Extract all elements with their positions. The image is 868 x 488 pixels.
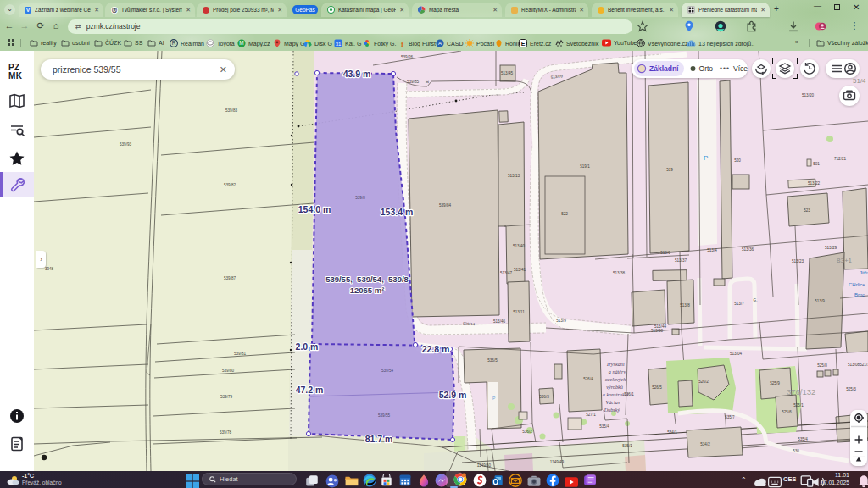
svg-text:526/2: 526/2 [698, 380, 709, 384]
svg-text:539/78: 539/78 [220, 430, 231, 435]
svg-text:539/80: 539/80 [222, 369, 234, 373]
svg-text:R: R [172, 40, 176, 46]
svg-text:525/3: 525/3 [846, 387, 856, 391]
svg-text:539/54: 539/54 [381, 369, 393, 373]
svg-text:525/6: 525/6 [782, 410, 792, 414]
svg-text:522: 522 [561, 212, 568, 216]
svg-text:527/1: 527/1 [586, 413, 596, 417]
svg-text:539/82: 539/82 [224, 183, 236, 187]
svg-text:513/29: 513/29 [825, 246, 837, 250]
svg-text:Jitřní: Jitřní [860, 270, 868, 275]
svg-text:513/9: 513/9 [815, 299, 825, 303]
svg-text:525/1: 525/1 [793, 403, 804, 408]
svg-text:513/7: 513/7 [734, 302, 744, 306]
svg-text:526/5: 526/5 [652, 385, 662, 390]
svg-text:539/55: 539/55 [378, 413, 390, 418]
svg-text:526/4: 526/4 [583, 377, 593, 381]
svg-text:539/87: 539/87 [224, 276, 236, 280]
svg-text:G.: G. [754, 298, 758, 302]
svg-text:3948: 3948 [45, 267, 54, 271]
svg-text:a konstrukcí: a konstrukcí [603, 391, 630, 397]
svg-text:539/81: 539/81 [234, 352, 246, 356]
svg-text:539/14: 539/14 [463, 322, 476, 327]
svg-text:535/4: 535/4 [599, 424, 609, 429]
svg-text:513/8: 513/8 [680, 303, 690, 308]
svg-text:Václav: Václav [605, 399, 620, 405]
svg-text:Dubský: Dubský [604, 407, 620, 413]
svg-text:513/0: 513/0 [660, 251, 670, 255]
svg-text:513/45: 513/45 [501, 71, 513, 75]
svg-text:81.7 m: 81.7 m [365, 434, 393, 444]
svg-text:513/08: 513/08 [848, 363, 860, 367]
svg-text:513/47: 513/47 [500, 271, 512, 275]
svg-text:52.9 m: 52.9 m [439, 390, 467, 400]
svg-text:535/7: 535/7 [725, 415, 735, 419]
svg-text:513/40: 513/40 [513, 244, 525, 248]
svg-text:513/20: 513/20 [802, 93, 814, 97]
svg-text:539/84: 539/84 [439, 203, 451, 208]
svg-text:712/21: 712/21 [834, 157, 846, 161]
svg-text:520: 520 [734, 158, 741, 163]
svg-text:1149/50: 1149/50 [477, 463, 492, 468]
svg-text:539/79: 539/79 [220, 395, 232, 399]
svg-text:47.2 m: 47.2 m [296, 385, 324, 395]
svg-text:525/8: 525/8 [817, 363, 827, 368]
svg-text:513/4: 513/4 [707, 248, 717, 252]
svg-text:534/1: 534/1 [667, 430, 677, 435]
svg-text:513/11: 513/11 [513, 310, 525, 314]
svg-text:513/9: 513/9 [556, 319, 566, 323]
svg-text:513/13: 513/13 [508, 174, 520, 178]
svg-text:a nátěry: a nátěry [609, 369, 626, 374]
svg-text:521/1: 521/1 [860, 363, 868, 367]
svg-text:513/36: 513/36 [742, 247, 754, 252]
svg-text:501: 501 [813, 162, 820, 166]
svg-text:31: 31 [336, 42, 342, 47]
svg-text:51/4: 51/4 [853, 77, 866, 85]
svg-text:⋈: ⋈ [426, 80, 429, 84]
svg-text:P: P [704, 154, 708, 162]
svg-text:530: 530 [793, 449, 799, 453]
svg-text:513/22: 513/22 [808, 181, 820, 186]
svg-text:CHrlice: CHrlice [849, 282, 865, 287]
svg-text:535/1: 535/1 [622, 444, 632, 448]
svg-text:43.9 m: 43.9 m [343, 69, 371, 79]
svg-text:513/04: 513/04 [730, 352, 742, 356]
svg-text:513/46: 513/46 [493, 319, 505, 324]
svg-text:M: M [239, 40, 243, 46]
svg-text:513/50: 513/50 [651, 329, 663, 333]
svg-text:83+1: 83+1 [837, 257, 853, 264]
svg-text:f: f [401, 40, 404, 48]
svg-text:153.4 m: 153.4 m [381, 207, 414, 217]
svg-text:513/37: 513/37 [675, 258, 687, 263]
svg-text:513/23: 513/23 [792, 259, 804, 263]
svg-text:22.8 m: 22.8 m [422, 344, 450, 354]
svg-text:534/2: 534/2 [700, 442, 710, 446]
svg-text:Brno: Brno [854, 292, 865, 297]
svg-text:Tryskání: Tryskání [606, 361, 626, 367]
svg-text:výrobků: výrobků [606, 384, 623, 390]
svg-text:539/93: 539/93 [120, 142, 131, 147]
svg-text:513/41: 513/41 [514, 268, 526, 272]
svg-text:536/5: 536/5 [487, 358, 498, 363]
svg-text:539/26: 539/26 [401, 55, 413, 59]
svg-text:535/4: 535/4 [798, 437, 808, 441]
svg-text:539/8: 539/8 [355, 196, 365, 200]
svg-text:539/85: 539/85 [407, 80, 419, 84]
svg-text:519: 519 [666, 168, 673, 172]
svg-text:E: E [521, 41, 526, 47]
svg-text:536/2: 536/2 [522, 430, 532, 434]
svg-text:12065 m²: 12065 m² [350, 286, 385, 295]
svg-text:ocelových: ocelových [605, 376, 626, 382]
svg-text:539/83: 539/83 [225, 108, 237, 113]
svg-text:376/132: 376/132 [787, 387, 815, 396]
svg-text:1149/49: 1149/49 [550, 460, 565, 464]
svg-text:539/55, 539/54, 539/8: 539/55, 539/54, 539/8 [326, 274, 409, 284]
svg-text:154.0 m: 154.0 m [298, 204, 331, 214]
svg-text:536/3: 536/3 [539, 395, 549, 399]
svg-text:519/1: 519/1 [580, 164, 590, 169]
svg-text:2.0 m: 2.0 m [296, 341, 319, 352]
svg-text:A: A [438, 41, 442, 46]
svg-text:513/38: 513/38 [613, 271, 625, 275]
svg-text:523: 523 [804, 208, 810, 213]
svg-text:525/9: 525/9 [770, 381, 780, 385]
